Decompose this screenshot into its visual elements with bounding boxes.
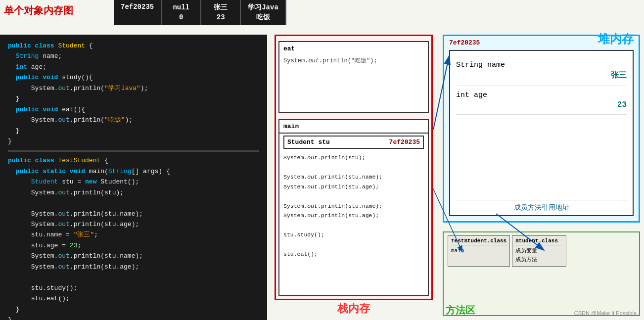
- null-zero-box: null 0: [162, 0, 201, 25]
- eat-frame-label: eat: [283, 45, 424, 52]
- method-area: TestStudent.class main Student.class 成员变…: [443, 231, 640, 316]
- watermark: CSDN @Make It Possible.: [574, 310, 638, 316]
- test-student-class-name: TestStudent.class: [451, 238, 506, 245]
- heap-name-value: 张三: [456, 70, 627, 81]
- test-student-class-box: TestStudent.class main: [448, 235, 510, 267]
- stu-ref-box: Student stu 7ef20235: [283, 136, 424, 149]
- methods-box: 学习Java 吃饭: [241, 0, 286, 25]
- code-panel: public class Student { String name; int …: [0, 35, 267, 320]
- main-code: System.out.println(stu); System.out.prin…: [279, 151, 428, 261]
- heap-field-name: String name 张三: [456, 61, 627, 81]
- heap-object: String name 张三 int age 23 成员方法引用地址: [449, 50, 634, 216]
- heap-field-age: int age 23: [456, 91, 627, 109]
- stu-ref-label: Student stu: [287, 138, 330, 146]
- name-age-val-box: 张三 23: [201, 0, 241, 25]
- main-frame-label: main: [279, 120, 428, 134]
- stack-title: 栈内存: [337, 301, 370, 316]
- test-student-class-content: main: [451, 247, 506, 256]
- method-area-title: 方法区: [446, 304, 475, 317]
- main-frame: main Student stu 7ef20235 System.out.pri…: [278, 119, 429, 296]
- heap-addr: 7ef20235: [449, 39, 480, 46]
- code-block1: public class Student { String name; int …: [8, 41, 259, 146]
- student-class-box: Student.class 成员变量成员方法: [512, 235, 566, 267]
- eat-frame: eat System.out.println("吃饭");: [278, 41, 429, 113]
- student-class-content: 成员变量成员方法: [515, 247, 563, 264]
- heap-memory: 堆内存 7ef20235 String name 张三 int age 23 成…: [443, 35, 640, 223]
- stu-ref-addr: 7ef20235: [389, 138, 420, 146]
- method-classes: TestStudent.class main Student.class 成员变…: [444, 232, 639, 270]
- heap-method-area-label: 成员方法引用地址: [455, 200, 628, 212]
- student-class-name: Student.class: [515, 238, 563, 245]
- addr-box: 7ef20235: [114, 0, 162, 25]
- code-block2: public class TestStudent { public static…: [8, 155, 259, 320]
- heap-age-value: 23: [456, 100, 627, 109]
- heap-title: 堆内存: [598, 31, 634, 47]
- stack-vars-row: 7ef20235 null 0 张三 23 学习Java 吃饭: [114, 0, 286, 25]
- page-title: 单个对象内存图: [4, 4, 73, 17]
- stack-memory: eat System.out.println("吃饭"); main Stude…: [275, 35, 433, 300]
- eat-code: System.out.println("吃饭");: [283, 56, 424, 65]
